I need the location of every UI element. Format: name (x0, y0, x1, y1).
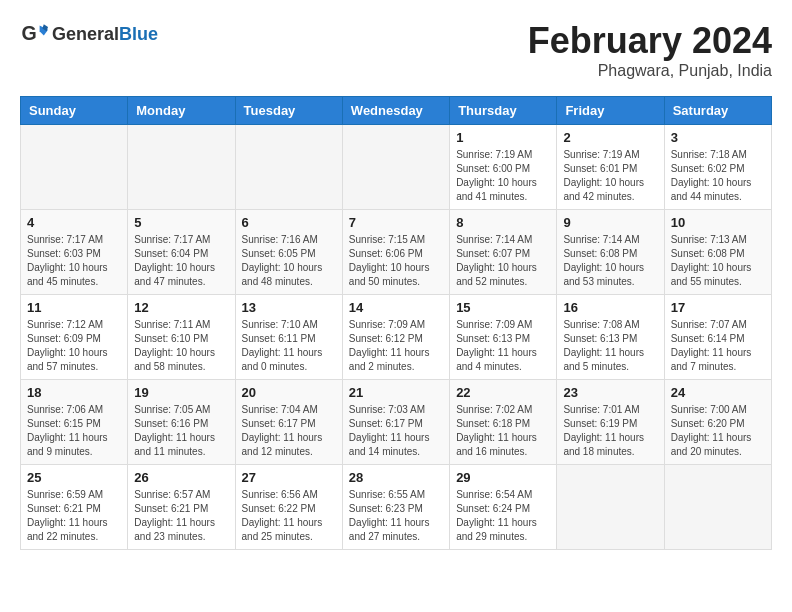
day-info: Sunrise: 7:17 AM Sunset: 6:04 PM Dayligh… (134, 233, 228, 289)
weekday-header-thursday: Thursday (450, 97, 557, 125)
calendar-cell: 6Sunrise: 7:16 AM Sunset: 6:05 PM Daylig… (235, 210, 342, 295)
calendar-cell: 16Sunrise: 7:08 AM Sunset: 6:13 PM Dayli… (557, 295, 664, 380)
day-info: Sunrise: 7:00 AM Sunset: 6:20 PM Dayligh… (671, 403, 765, 459)
month-year-title: February 2024 (528, 20, 772, 62)
calendar-cell: 27Sunrise: 6:56 AM Sunset: 6:22 PM Dayli… (235, 465, 342, 550)
day-info: Sunrise: 7:04 AM Sunset: 6:17 PM Dayligh… (242, 403, 336, 459)
weekday-header-row: SundayMondayTuesdayWednesdayThursdayFrid… (21, 97, 772, 125)
day-info: Sunrise: 7:12 AM Sunset: 6:09 PM Dayligh… (27, 318, 121, 374)
calendar-cell: 24Sunrise: 7:00 AM Sunset: 6:20 PM Dayli… (664, 380, 771, 465)
title-area: February 2024 Phagwara, Punjab, India (528, 20, 772, 80)
day-number: 28 (349, 470, 443, 485)
day-info: Sunrise: 7:18 AM Sunset: 6:02 PM Dayligh… (671, 148, 765, 204)
weekday-header-monday: Monday (128, 97, 235, 125)
calendar-cell: 5Sunrise: 7:17 AM Sunset: 6:04 PM Daylig… (128, 210, 235, 295)
calendar-cell: 26Sunrise: 6:57 AM Sunset: 6:21 PM Dayli… (128, 465, 235, 550)
day-number: 26 (134, 470, 228, 485)
day-info: Sunrise: 7:19 AM Sunset: 6:00 PM Dayligh… (456, 148, 550, 204)
day-number: 5 (134, 215, 228, 230)
location-subtitle: Phagwara, Punjab, India (528, 62, 772, 80)
day-info: Sunrise: 6:56 AM Sunset: 6:22 PM Dayligh… (242, 488, 336, 544)
day-info: Sunrise: 7:19 AM Sunset: 6:01 PM Dayligh… (563, 148, 657, 204)
day-info: Sunrise: 7:17 AM Sunset: 6:03 PM Dayligh… (27, 233, 121, 289)
calendar-cell: 20Sunrise: 7:04 AM Sunset: 6:17 PM Dayli… (235, 380, 342, 465)
day-number: 29 (456, 470, 550, 485)
calendar-cell: 3Sunrise: 7:18 AM Sunset: 6:02 PM Daylig… (664, 125, 771, 210)
logo: G General Blue (20, 20, 158, 48)
calendar-cell: 14Sunrise: 7:09 AM Sunset: 6:12 PM Dayli… (342, 295, 449, 380)
day-info: Sunrise: 7:09 AM Sunset: 6:13 PM Dayligh… (456, 318, 550, 374)
day-number: 4 (27, 215, 121, 230)
calendar-cell: 4Sunrise: 7:17 AM Sunset: 6:03 PM Daylig… (21, 210, 128, 295)
day-info: Sunrise: 7:05 AM Sunset: 6:16 PM Dayligh… (134, 403, 228, 459)
calendar-cell (342, 125, 449, 210)
calendar-week-3: 11Sunrise: 7:12 AM Sunset: 6:09 PM Dayli… (21, 295, 772, 380)
day-number: 3 (671, 130, 765, 145)
day-info: Sunrise: 6:55 AM Sunset: 6:23 PM Dayligh… (349, 488, 443, 544)
day-info: Sunrise: 7:07 AM Sunset: 6:14 PM Dayligh… (671, 318, 765, 374)
day-info: Sunrise: 7:02 AM Sunset: 6:18 PM Dayligh… (456, 403, 550, 459)
day-info: Sunrise: 6:54 AM Sunset: 6:24 PM Dayligh… (456, 488, 550, 544)
day-info: Sunrise: 7:09 AM Sunset: 6:12 PM Dayligh… (349, 318, 443, 374)
calendar-cell (21, 125, 128, 210)
day-info: Sunrise: 7:06 AM Sunset: 6:15 PM Dayligh… (27, 403, 121, 459)
calendar-cell (235, 125, 342, 210)
day-info: Sunrise: 7:14 AM Sunset: 6:07 PM Dayligh… (456, 233, 550, 289)
calendar-cell (557, 465, 664, 550)
calendar-cell: 25Sunrise: 6:59 AM Sunset: 6:21 PM Dayli… (21, 465, 128, 550)
day-info: Sunrise: 7:03 AM Sunset: 6:17 PM Dayligh… (349, 403, 443, 459)
day-info: Sunrise: 7:11 AM Sunset: 6:10 PM Dayligh… (134, 318, 228, 374)
calendar-cell: 19Sunrise: 7:05 AM Sunset: 6:16 PM Dayli… (128, 380, 235, 465)
day-number: 25 (27, 470, 121, 485)
day-info: Sunrise: 6:59 AM Sunset: 6:21 PM Dayligh… (27, 488, 121, 544)
day-info: Sunrise: 7:14 AM Sunset: 6:08 PM Dayligh… (563, 233, 657, 289)
svg-text:G: G (21, 22, 36, 44)
day-info: Sunrise: 7:10 AM Sunset: 6:11 PM Dayligh… (242, 318, 336, 374)
calendar-cell: 28Sunrise: 6:55 AM Sunset: 6:23 PM Dayli… (342, 465, 449, 550)
calendar-cell: 22Sunrise: 7:02 AM Sunset: 6:18 PM Dayli… (450, 380, 557, 465)
calendar-cell: 17Sunrise: 7:07 AM Sunset: 6:14 PM Dayli… (664, 295, 771, 380)
calendar-cell: 29Sunrise: 6:54 AM Sunset: 6:24 PM Dayli… (450, 465, 557, 550)
day-number: 18 (27, 385, 121, 400)
day-number: 22 (456, 385, 550, 400)
calendar-cell: 2Sunrise: 7:19 AM Sunset: 6:01 PM Daylig… (557, 125, 664, 210)
weekday-header-wednesday: Wednesday (342, 97, 449, 125)
day-number: 9 (563, 215, 657, 230)
calendar-cell: 8Sunrise: 7:14 AM Sunset: 6:07 PM Daylig… (450, 210, 557, 295)
day-number: 6 (242, 215, 336, 230)
day-number: 11 (27, 300, 121, 315)
calendar-cell (664, 465, 771, 550)
calendar-cell: 11Sunrise: 7:12 AM Sunset: 6:09 PM Dayli… (21, 295, 128, 380)
calendar-cell: 15Sunrise: 7:09 AM Sunset: 6:13 PM Dayli… (450, 295, 557, 380)
day-number: 12 (134, 300, 228, 315)
calendar-cell: 18Sunrise: 7:06 AM Sunset: 6:15 PM Dayli… (21, 380, 128, 465)
day-number: 21 (349, 385, 443, 400)
calendar-week-4: 18Sunrise: 7:06 AM Sunset: 6:15 PM Dayli… (21, 380, 772, 465)
calendar-cell: 7Sunrise: 7:15 AM Sunset: 6:06 PM Daylig… (342, 210, 449, 295)
day-number: 13 (242, 300, 336, 315)
calendar-cell: 12Sunrise: 7:11 AM Sunset: 6:10 PM Dayli… (128, 295, 235, 380)
day-number: 23 (563, 385, 657, 400)
day-number: 16 (563, 300, 657, 315)
day-info: Sunrise: 7:01 AM Sunset: 6:19 PM Dayligh… (563, 403, 657, 459)
day-number: 10 (671, 215, 765, 230)
day-number: 14 (349, 300, 443, 315)
calendar-week-2: 4Sunrise: 7:17 AM Sunset: 6:03 PM Daylig… (21, 210, 772, 295)
day-info: Sunrise: 6:57 AM Sunset: 6:21 PM Dayligh… (134, 488, 228, 544)
page-header: G General Blue February 2024 Phagwara, P… (20, 20, 772, 80)
day-info: Sunrise: 7:15 AM Sunset: 6:06 PM Dayligh… (349, 233, 443, 289)
day-number: 2 (563, 130, 657, 145)
weekday-header-sunday: Sunday (21, 97, 128, 125)
day-number: 8 (456, 215, 550, 230)
day-number: 15 (456, 300, 550, 315)
weekday-header-tuesday: Tuesday (235, 97, 342, 125)
calendar-body: 1Sunrise: 7:19 AM Sunset: 6:00 PM Daylig… (21, 125, 772, 550)
weekday-header-saturday: Saturday (664, 97, 771, 125)
calendar-cell: 10Sunrise: 7:13 AM Sunset: 6:08 PM Dayli… (664, 210, 771, 295)
calendar-cell: 13Sunrise: 7:10 AM Sunset: 6:11 PM Dayli… (235, 295, 342, 380)
calendar-cell: 21Sunrise: 7:03 AM Sunset: 6:17 PM Dayli… (342, 380, 449, 465)
day-info: Sunrise: 7:13 AM Sunset: 6:08 PM Dayligh… (671, 233, 765, 289)
day-info: Sunrise: 7:08 AM Sunset: 6:13 PM Dayligh… (563, 318, 657, 374)
day-number: 27 (242, 470, 336, 485)
logo-blue: Blue (119, 24, 158, 45)
